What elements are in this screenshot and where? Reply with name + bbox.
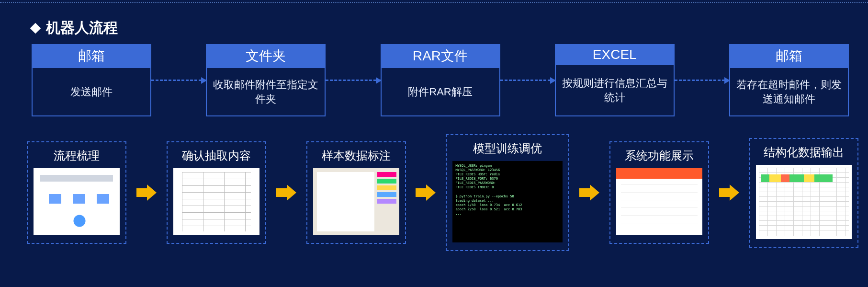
card-title: 系统功能展示 bbox=[625, 148, 694, 163]
svg-marker-1 bbox=[276, 184, 296, 201]
flow-arrow bbox=[326, 44, 380, 116]
step-header: 邮箱 bbox=[33, 45, 150, 68]
card-title: 模型训练调优 bbox=[473, 141, 542, 156]
section-title-text: 机器人流程 bbox=[46, 18, 118, 38]
step-rar: RAR文件 附件RAR解压 bbox=[381, 44, 500, 116]
stage-arrow-icon bbox=[709, 184, 749, 201]
stage-arrow-icon bbox=[569, 184, 609, 201]
flow-arrow bbox=[151, 44, 206, 116]
flow-arrow bbox=[675, 44, 729, 116]
pipeline-card-row: 流程梳理 确认抽取内容 样本数据标注 模型训练调优 MYSQL_USER: pi… bbox=[27, 134, 858, 251]
card-title: 结构化数据输出 bbox=[764, 145, 844, 160]
step-body: 若存在超时邮件，则发送通知邮件 bbox=[730, 68, 848, 115]
svg-marker-3 bbox=[579, 184, 599, 201]
step-folder: 文件夹 收取邮件附件至指定文件夹 bbox=[206, 44, 326, 116]
svg-marker-0 bbox=[136, 184, 157, 201]
card-output-data: 结构化数据输出 bbox=[749, 138, 858, 248]
step-header: 邮箱 bbox=[730, 45, 848, 68]
svg-marker-2 bbox=[416, 184, 436, 201]
card-model-train: 模型训练调优 MYSQL_USER: pingan MYSQL_PASSWORD… bbox=[446, 134, 569, 251]
stage-arrow-icon bbox=[266, 184, 306, 201]
thumbnail-spreadsheet bbox=[756, 165, 852, 239]
thumbnail-webapp bbox=[616, 168, 702, 235]
thumbnail-table bbox=[173, 168, 259, 235]
card-title: 流程梳理 bbox=[54, 148, 100, 163]
card-system-demo: 系统功能展示 bbox=[609, 141, 709, 244]
flow-arrow bbox=[500, 44, 555, 116]
card-title: 样本数据标注 bbox=[322, 148, 391, 163]
step-body: 发送邮件 bbox=[33, 68, 150, 115]
stage-arrow-icon bbox=[126, 184, 167, 201]
diamond-bullet-icon bbox=[30, 23, 41, 34]
card-confirm-extract: 确认抽取内容 bbox=[167, 141, 266, 244]
thumbnail-document bbox=[313, 168, 399, 235]
thumbnail-flowchart bbox=[34, 168, 120, 235]
step-body: 附件RAR解压 bbox=[382, 68, 499, 115]
step-excel: EXCEL 按规则进行信息汇总与统计 bbox=[555, 44, 675, 116]
process-flow-row: 邮箱 发送邮件 文件夹 收取邮件附件至指定文件夹 RAR文件 附件RAR解压 E… bbox=[32, 44, 849, 116]
top-divider bbox=[0, 2, 868, 3]
step-mailbox-notify: 邮箱 若存在超时邮件，则发送通知邮件 bbox=[729, 44, 849, 116]
step-mailbox-send: 邮箱 发送邮件 bbox=[32, 44, 151, 116]
card-sample-annotate: 样本数据标注 bbox=[306, 141, 406, 244]
step-header: 文件夹 bbox=[207, 45, 325, 68]
stage-arrow-icon bbox=[406, 184, 446, 201]
svg-marker-4 bbox=[719, 184, 739, 201]
thumbnail-terminal: MYSQL_USER: pingan MYSQL_PASSWORD: 12345… bbox=[452, 161, 563, 242]
card-title: 确认抽取内容 bbox=[182, 148, 251, 163]
step-header: RAR文件 bbox=[382, 45, 499, 68]
step-header: EXCEL bbox=[556, 45, 674, 65]
section-title: 机器人流程 bbox=[32, 18, 118, 38]
step-body: 按规则进行信息汇总与统计 bbox=[556, 65, 674, 115]
card-process-review: 流程梳理 bbox=[27, 141, 126, 244]
step-body: 收取邮件附件至指定文件夹 bbox=[207, 68, 325, 115]
